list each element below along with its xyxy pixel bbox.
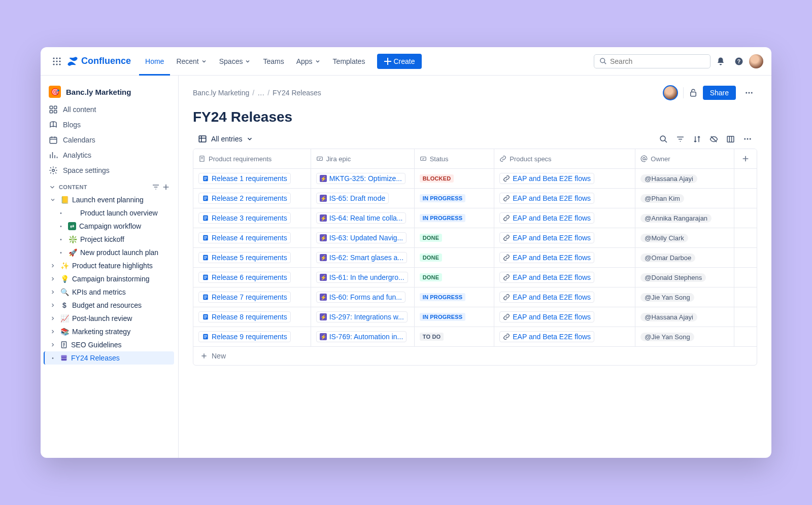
jira-epic-link[interactable]: ⚡IS-297: Integrations w...: [316, 311, 408, 322]
jira-epic-link[interactable]: ⚡MKTG-325: Optimize...: [316, 173, 405, 184]
nav-spaces[interactable]: Spaces: [213, 47, 257, 76]
owner-mention[interactable]: @Hassana Ajayi: [640, 313, 697, 321]
table-row[interactable]: Release 6 requirements⚡IS-61: In the und…: [193, 267, 757, 287]
jira-epic-link[interactable]: ⚡IS-60: Forms and fun...: [316, 292, 405, 303]
nav-apps[interactable]: Apps: [290, 47, 327, 76]
jira-epic-link[interactable]: ⚡IS-65: Draft mode: [316, 193, 389, 204]
col-spec[interactable]: Product specs: [494, 149, 635, 168]
breadcrumb-item[interactable]: …: [257, 89, 264, 97]
nav-recent[interactable]: Recent: [170, 47, 213, 76]
table-row[interactable]: Release 1 requirements⚡MKTG-325: Optimiz…: [193, 168, 757, 188]
plus-icon[interactable]: [162, 183, 170, 191]
tree-item[interactable]: •⇄Campaign workflow: [45, 220, 174, 233]
search-icon[interactable]: [659, 135, 668, 143]
col-status[interactable]: Status: [415, 149, 495, 168]
app-switcher-icon[interactable]: [49, 53, 65, 69]
presence-avatar[interactable]: [663, 85, 678, 100]
sidebar-calendars[interactable]: Calendars: [45, 132, 174, 148]
status-badge[interactable]: BLOCKED: [420, 174, 454, 183]
spec-link[interactable]: EAP and Beta E2E flows: [499, 252, 594, 263]
spec-link[interactable]: EAP and Beta E2E flows: [499, 311, 594, 322]
new-row-button[interactable]: New: [193, 346, 757, 365]
more-actions-icon[interactable]: [741, 85, 757, 101]
tree-item[interactable]: •FY24 Releases: [44, 351, 174, 365]
status-badge[interactable]: IN PROGRESS: [420, 194, 466, 202]
tree-item[interactable]: •🚀New product launch plan: [45, 246, 174, 259]
requirement-link[interactable]: Release 7 requirements: [198, 292, 291, 303]
profile-avatar[interactable]: [749, 54, 763, 68]
owner-mention[interactable]: @Jie Yan Song: [640, 333, 694, 341]
requirement-link[interactable]: Release 3 requirements: [198, 212, 291, 224]
help-icon[interactable]: ?: [731, 53, 747, 69]
share-button[interactable]: Share: [703, 86, 736, 100]
owner-mention[interactable]: @Omar Darboe: [640, 254, 695, 262]
spec-link[interactable]: EAP and Beta E2E flows: [499, 292, 594, 303]
col-req[interactable]: Product requirements: [193, 149, 311, 168]
breadcrumb-item[interactable]: FY24 Releases: [273, 89, 321, 97]
spec-link[interactable]: EAP and Beta E2E flows: [499, 272, 594, 283]
jira-epic-link[interactable]: ⚡IS-64: Real time colla...: [316, 212, 407, 224]
spec-link[interactable]: EAP and Beta E2E flows: [499, 331, 594, 342]
add-column-button[interactable]: [734, 149, 757, 168]
spec-link[interactable]: EAP and Beta E2E flows: [499, 173, 594, 184]
chevron-down-icon[interactable]: [49, 184, 56, 191]
requirement-link[interactable]: Release 5 requirements: [198, 252, 291, 263]
jira-epic-link[interactable]: ⚡IS-62: Smart glases a...: [316, 252, 407, 263]
table-row[interactable]: Release 2 requirements⚡IS-65: Draft mode…: [193, 188, 757, 208]
more-icon[interactable]: [743, 134, 752, 143]
jira-epic-link[interactable]: ⚡IS-61: In the undergro...: [316, 272, 408, 283]
table-row[interactable]: Release 8 requirements⚡IS-297: Integrati…: [193, 307, 757, 327]
status-badge[interactable]: DONE: [420, 234, 443, 242]
tree-item[interactable]: 📚Marketing strategy: [45, 325, 174, 338]
spec-link[interactable]: EAP and Beta E2E flows: [499, 193, 594, 204]
table-row[interactable]: Release 7 requirements⚡IS-60: Forms and …: [193, 287, 757, 307]
status-badge[interactable]: DONE: [420, 254, 443, 262]
restrictions-icon[interactable]: [689, 88, 698, 97]
create-button[interactable]: Create: [377, 54, 422, 69]
jira-epic-link[interactable]: ⚡IS-769: Automation in...: [316, 331, 407, 342]
owner-mention[interactable]: @Annika Rangarajan: [640, 214, 712, 223]
sort-icon[interactable]: [693, 135, 701, 143]
spec-link[interactable]: EAP and Beta E2E flows: [499, 232, 594, 243]
owner-mention[interactable]: @Molly Clark: [640, 234, 688, 242]
requirement-link[interactable]: Release 2 requirements: [198, 193, 291, 204]
sidebar-space-settings[interactable]: Space settings: [45, 163, 174, 178]
breadcrumb-item[interactable]: Banc.ly Marketing: [193, 89, 249, 97]
notifications-icon[interactable]: [713, 53, 729, 69]
spec-link[interactable]: EAP and Beta E2E flows: [499, 212, 594, 224]
view-switcher[interactable]: All entries: [198, 134, 253, 143]
table-row[interactable]: Release 4 requirements⚡IS-63: Updated Na…: [193, 228, 757, 247]
nav-teams[interactable]: Teams: [257, 47, 290, 76]
tree-item[interactable]: •Product launch overview: [45, 206, 174, 220]
requirement-link[interactable]: Release 9 requirements: [198, 331, 291, 342]
requirement-link[interactable]: Release 4 requirements: [198, 232, 291, 243]
table-row[interactable]: Release 3 requirements⚡IS-64: Real time …: [193, 208, 757, 228]
owner-mention[interactable]: @Jie Yan Song: [640, 293, 694, 302]
owner-mention[interactable]: @Hassana Ajayi: [640, 174, 697, 183]
requirement-link[interactable]: Release 1 requirements: [198, 173, 291, 184]
space-header[interactable]: 🎯 Banc.ly Marketing: [45, 82, 174, 102]
tree-item[interactable]: •❇️Project kickoff: [45, 233, 174, 246]
sidebar-all-content[interactable]: All content: [45, 102, 174, 117]
status-badge[interactable]: DONE: [420, 273, 443, 281]
owner-mention[interactable]: @Phan Kim: [640, 194, 684, 203]
brand-logo[interactable]: Confluence: [67, 56, 131, 67]
col-owner[interactable]: Owner: [635, 149, 734, 168]
col-epic[interactable]: Jira epic: [311, 149, 415, 168]
table-row[interactable]: Release 5 requirements⚡IS-62: Smart glas…: [193, 247, 757, 267]
tree-item[interactable]: ✨Product feature highlights: [45, 259, 174, 272]
sidebar-blogs[interactable]: Blogs: [45, 117, 174, 132]
nav-templates[interactable]: Templates: [327, 47, 371, 76]
jira-epic-link[interactable]: ⚡IS-63: Updated Navig...: [316, 232, 407, 243]
tree-item[interactable]: 📒Launch event planning: [45, 193, 174, 206]
filter-icon[interactable]: [152, 183, 160, 191]
search-input[interactable]: [594, 54, 710, 68]
nav-home[interactable]: Home: [139, 47, 170, 76]
layout-icon[interactable]: [726, 135, 735, 143]
table-row[interactable]: Release 9 requirements⚡IS-769: Automatio…: [193, 327, 757, 346]
tree-item[interactable]: $Budget and resources: [45, 299, 174, 312]
tree-item[interactable]: 📈Post-launch review: [45, 312, 174, 325]
tree-item[interactable]: 🔍KPIs and metrics: [45, 285, 174, 299]
status-badge[interactable]: IN PROGRESS: [420, 293, 466, 301]
status-badge[interactable]: IN PROGRESS: [420, 313, 466, 321]
